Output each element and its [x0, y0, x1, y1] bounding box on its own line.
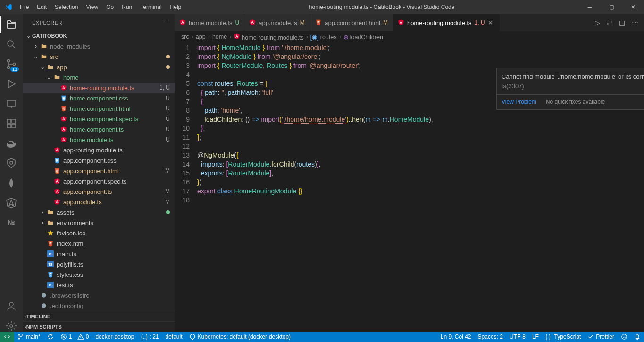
file-item[interactable]: app.component.htmlM: [23, 166, 175, 176]
breadcrumb-item[interactable]: [◉]routes: [310, 33, 337, 41]
docker-icon[interactable]: [6, 138, 17, 149]
folder-item[interactable]: ›assets: [23, 207, 175, 217]
editor-tab[interactable]: home-routing.module.ts1, U✕: [393, 14, 500, 31]
tab-close-icon[interactable]: ✕: [488, 19, 494, 26]
file-item[interactable]: home.component.spec.tsU: [23, 114, 175, 124]
json-status[interactable]: {..} : 21: [137, 332, 162, 342]
maximize-button[interactable]: ▢: [601, 0, 622, 14]
tab-file-icon: [315, 19, 322, 27]
prettier-status[interactable]: Prettier: [584, 332, 618, 342]
docker-context[interactable]: docker-desktop: [92, 332, 137, 342]
file-item[interactable]: app.component.spec.ts: [23, 176, 175, 186]
file-item[interactable]: index.html: [23, 238, 175, 249]
menu-terminal[interactable]: Terminal: [137, 2, 165, 12]
file-item[interactable]: app.component.css: [23, 155, 175, 166]
menu-go[interactable]: Go: [103, 2, 117, 12]
profile-status[interactable]: default: [162, 332, 186, 342]
file-item[interactable]: home.module.tsU: [23, 134, 175, 145]
explorer-more-icon[interactable]: ⋯: [163, 19, 168, 25]
angular-icon[interactable]: [6, 197, 17, 209]
file-item[interactable]: app-routing.module.ts: [23, 145, 175, 155]
language-mode[interactable]: { } TypeScript: [542, 332, 584, 342]
menu-edit[interactable]: Edit: [33, 2, 50, 12]
menu-help[interactable]: Help: [167, 2, 185, 12]
file-item[interactable]: favicon.ico: [23, 228, 175, 238]
folder-root[interactable]: ⌄GATITOBOOK: [23, 31, 175, 41]
file-item[interactable]: home.component.tsU: [23, 124, 175, 134]
no-quick-fix-label: No quick fixes available: [546, 98, 605, 107]
run-debug-icon[interactable]: [6, 78, 17, 90]
file-item[interactable]: home.component.cssU: [23, 93, 175, 103]
file-item[interactable]: .browserslistrc: [23, 290, 175, 300]
folder-item[interactable]: ›environments: [23, 217, 175, 228]
file-item[interactable]: .editorconfig: [23, 300, 175, 311]
remote-explorer-icon[interactable]: [6, 98, 17, 109]
breadcrumb-item[interactable]: app: [196, 33, 206, 40]
editor-tab[interactable]: home.module.tsU: [175, 14, 244, 31]
mongo-icon[interactable]: [6, 177, 17, 189]
encoding[interactable]: UTF-8: [506, 332, 529, 342]
npm-scripts-panel[interactable]: ›NPM SCRIPTS: [23, 321, 175, 332]
folder-item[interactable]: ⌄home: [23, 72, 175, 83]
menu-file[interactable]: File: [17, 2, 32, 12]
settings-icon[interactable]: [6, 320, 17, 332]
split-icon[interactable]: ◫: [619, 19, 625, 26]
diff-icon[interactable]: ⇄: [607, 19, 612, 26]
accounts-icon[interactable]: [6, 300, 17, 312]
explorer-icon[interactable]: [6, 19, 17, 30]
file-item[interactable]: TSpolyfills.ts: [23, 259, 175, 269]
file-icon: TS: [46, 282, 55, 288]
extensions-icon[interactable]: [6, 118, 17, 129]
file-item[interactable]: styles.css: [23, 269, 175, 280]
search-icon[interactable]: [6, 39, 17, 50]
folder-item[interactable]: ⌄src: [23, 51, 175, 62]
svg-point-24: [622, 334, 627, 340]
menu-run[interactable]: Run: [118, 2, 135, 12]
cursor-position[interactable]: Ln 9, Col 42: [437, 332, 475, 342]
file-item[interactable]: app.module.tsM: [23, 197, 175, 207]
breadcrumbs[interactable]: src›app›home›home-routing.module.ts›[◉]r…: [175, 31, 644, 42]
file-icon: [40, 292, 48, 299]
folder-item[interactable]: ⌄app: [23, 62, 175, 72]
problems-indicator[interactable]: 1 0: [57, 332, 92, 342]
source-control-icon[interactable]: 13: [6, 58, 17, 70]
view-problem-link[interactable]: View Problem: [502, 98, 536, 107]
code-editor[interactable]: 123456789101112131415161718 import { Hom…: [175, 42, 644, 332]
file-item[interactable]: app.component.tsM: [23, 186, 175, 197]
menu-view[interactable]: View: [83, 2, 101, 12]
folder-item[interactable]: ›node_modules: [23, 41, 175, 51]
notifications-icon[interactable]: [631, 332, 644, 342]
file-item[interactable]: home-routing.module.ts1, U: [23, 83, 175, 93]
editor-tab[interactable]: app.component.htmlM: [310, 14, 393, 31]
menu-selection[interactable]: Selection: [51, 2, 81, 12]
editor-tab[interactable]: app.module.tsM: [244, 14, 310, 31]
tab-status: U: [235, 19, 240, 26]
feedback-icon[interactable]: [618, 332, 631, 342]
file-icon: [46, 240, 55, 247]
sync-button[interactable]: [44, 332, 57, 342]
explorer-title: EXPLORER: [32, 20, 62, 25]
svg-rect-6: [7, 124, 11, 128]
run-icon[interactable]: ▷: [595, 19, 600, 26]
svg-point-10: [9, 302, 13, 306]
file-item[interactable]: TSmain.ts: [23, 249, 175, 259]
modified-dot: [166, 65, 170, 69]
remote-indicator[interactable]: [0, 332, 14, 342]
file-item[interactable]: TStest.ts: [23, 280, 175, 290]
indentation[interactable]: Spaces: 2: [475, 332, 506, 342]
breadcrumb-item[interactable]: src: [181, 33, 189, 40]
file-item[interactable]: home.component.htmlU: [23, 103, 175, 114]
breadcrumb-item[interactable]: ⊕loadChildren: [343, 33, 383, 41]
breadcrumb-item[interactable]: home: [212, 33, 227, 40]
breadcrumb-item[interactable]: home-routing.module.ts: [234, 33, 303, 41]
eol[interactable]: LF: [529, 332, 542, 342]
kubernetes-status[interactable]: Kubernetes: default (docker-desktop): [186, 332, 294, 342]
minimize-button[interactable]: ─: [579, 0, 601, 14]
nx-icon[interactable]: N⫌: [6, 217, 17, 228]
close-button[interactable]: ✕: [622, 0, 644, 14]
kubernetes-icon[interactable]: [6, 158, 17, 169]
git-branch[interactable]: main*: [14, 332, 44, 342]
timeline-panel[interactable]: ›TIMELINE: [23, 311, 175, 321]
more-icon[interactable]: ⋯: [632, 19, 638, 26]
file-icon: [59, 105, 68, 112]
